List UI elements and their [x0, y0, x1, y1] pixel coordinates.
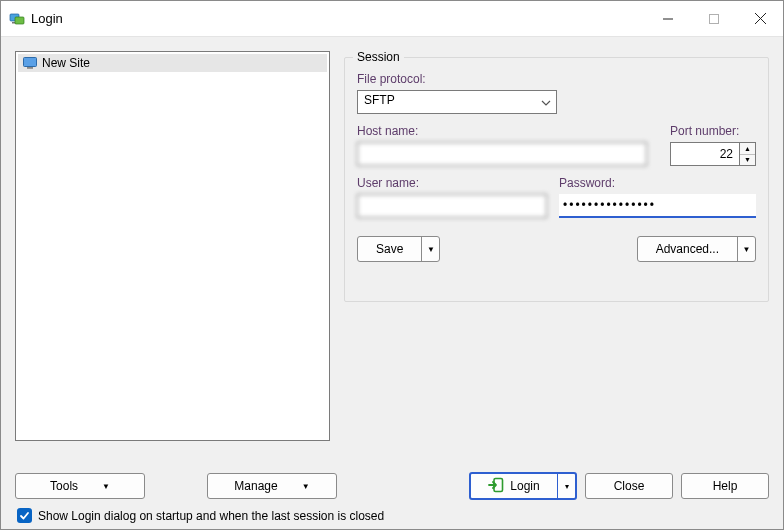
password-input[interactable]	[559, 194, 756, 218]
computer-icon	[22, 55, 38, 71]
port-label: Port number:	[670, 124, 756, 138]
caret-down-icon[interactable]: ▼	[737, 237, 755, 261]
login-dialog: Login	[0, 0, 784, 530]
help-button[interactable]: Help	[681, 473, 769, 499]
svg-rect-8	[27, 67, 33, 69]
svg-rect-2	[15, 17, 24, 24]
dialog-content: New Site Session File protocol: SFTP	[1, 37, 783, 529]
password-label: Password:	[559, 176, 756, 190]
session-group: Session File protocol: SFTP Host name:	[344, 57, 769, 302]
advanced-button[interactable]: Advanced... ▼	[637, 236, 756, 262]
protocol-select[interactable]: SFTP	[357, 90, 557, 114]
close-window-button[interactable]	[737, 1, 783, 36]
title-bar: Login	[1, 1, 783, 37]
host-input[interactable]	[357, 142, 647, 166]
startup-checkbox-label: Show Login dialog on startup and when th…	[38, 509, 384, 523]
save-button[interactable]: Save ▼	[357, 236, 440, 262]
app-icon	[9, 11, 25, 27]
host-label: Host name:	[357, 124, 647, 138]
tools-button[interactable]: Tools ▼	[15, 473, 145, 499]
svg-rect-4	[710, 14, 719, 23]
caret-down-icon: ▼	[302, 482, 310, 491]
port-input[interactable]	[670, 142, 740, 166]
minimize-button[interactable]	[645, 1, 691, 36]
site-item[interactable]: New Site	[18, 54, 327, 72]
maximize-button	[691, 1, 737, 36]
close-button[interactable]: Close	[585, 473, 673, 499]
caret-down-icon[interactable]: ▾	[557, 474, 575, 498]
spin-up-icon[interactable]: ▲	[740, 143, 755, 154]
spin-down-icon[interactable]: ▼	[740, 154, 755, 166]
window-title: Login	[31, 11, 645, 26]
bottom-button-row: Tools ▼ Manage ▼ Login ▾	[15, 472, 769, 500]
session-legend: Session	[353, 50, 404, 64]
caret-down-icon: ▼	[102, 482, 110, 491]
protocol-value: SFTP	[357, 90, 557, 114]
svg-rect-7	[24, 58, 37, 67]
protocol-label: File protocol:	[357, 72, 756, 86]
username-input[interactable]	[357, 194, 547, 218]
site-item-label: New Site	[42, 56, 90, 70]
caret-down-icon[interactable]: ▼	[421, 237, 439, 261]
sites-tree[interactable]: New Site	[15, 51, 330, 441]
login-button[interactable]: Login ▾	[469, 472, 577, 500]
manage-button[interactable]: Manage ▼	[207, 473, 337, 499]
startup-checkbox-row[interactable]: Show Login dialog on startup and when th…	[15, 508, 769, 523]
login-icon	[488, 477, 504, 496]
username-label: User name:	[357, 176, 547, 190]
port-spinner[interactable]: ▲ ▼	[740, 142, 756, 166]
checkbox-checked-icon[interactable]	[17, 508, 32, 523]
